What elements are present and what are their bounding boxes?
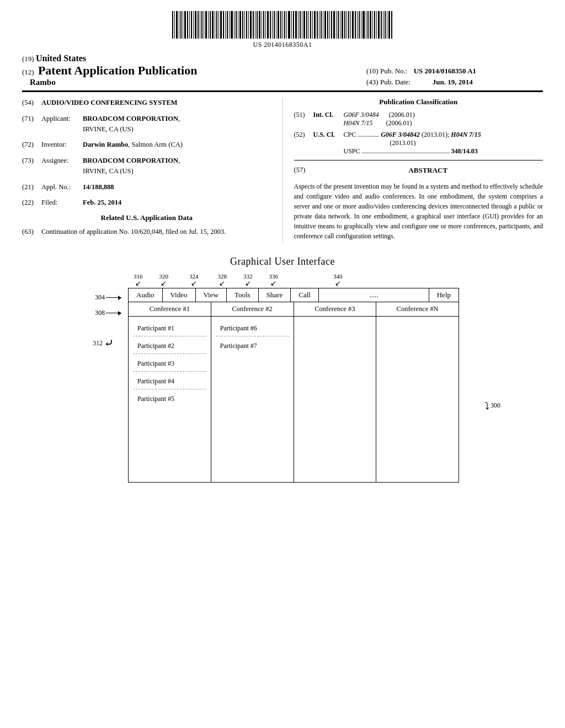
svg-rect-71 — [323, 11, 323, 39]
ref-308-line — [106, 313, 121, 313]
participant-6[interactable]: Participant #6 — [216, 321, 289, 336]
svg-rect-3 — [179, 11, 179, 39]
participants-area: Participant #1 Participant #2 Participan… — [129, 317, 459, 482]
conference-tabs: Conference #1 Conference #2 Conference #… — [129, 302, 459, 317]
participant-2[interactable]: Participant #2 — [133, 339, 206, 354]
svg-rect-62 — [303, 11, 305, 39]
filed-value: Feb. 25, 2014 — [83, 197, 271, 208]
pub-no-label: (10) Pub. No.: — [366, 67, 407, 75]
svg-rect-43 — [263, 11, 264, 39]
inventor-label: Inventor: — [41, 140, 83, 150]
svg-rect-13 — [200, 11, 200, 39]
type-label: (12) — [22, 68, 34, 76]
participant-3[interactable]: Participant #3 — [133, 356, 206, 372]
svg-rect-22 — [218, 11, 219, 39]
menu-video[interactable]: Video — [163, 288, 196, 302]
svg-rect-90 — [363, 11, 365, 39]
conf-col-1: Participant #1 Participant #2 Participan… — [129, 317, 211, 482]
svg-rect-37 — [250, 11, 252, 39]
svg-rect-79 — [340, 11, 340, 39]
gui-window: Audio Video View Tools Share Call ..... … — [128, 288, 459, 483]
ref-312-label: 312 — [93, 339, 103, 347]
divider — [294, 160, 543, 160]
int-cl-values: G06F 3/0484 (2006.01) H04N 7/15 (2006.01… — [344, 111, 543, 127]
svg-rect-29 — [234, 11, 234, 39]
svg-rect-55 — [288, 11, 290, 39]
menu-call[interactable]: Call — [291, 288, 319, 302]
menu-view[interactable]: View — [196, 288, 227, 302]
menu-more[interactable]: ..... — [319, 288, 429, 302]
cpc-code2: H04N 7/15 — [451, 131, 481, 138]
applicant-label: Applicant: — [41, 114, 83, 135]
conf-tab-1[interactable]: Conference #1 — [129, 302, 211, 316]
menu-tools[interactable]: Tools — [227, 288, 259, 302]
svg-rect-26 — [227, 11, 228, 39]
svg-rect-24 — [223, 11, 224, 39]
inventor-num: (72) — [22, 140, 41, 150]
ref-332-label: 332 — [243, 273, 253, 280]
conf-tab-2[interactable]: Conference #2 — [211, 302, 294, 316]
svg-rect-61 — [302, 11, 302, 39]
svg-rect-98 — [381, 11, 382, 39]
svg-rect-94 — [372, 11, 373, 39]
int-cl-label: Int. Cl. — [313, 111, 344, 127]
conf-tab-n[interactable]: Conference #N — [376, 302, 459, 316]
assignee-value: BROADCOM CORPORATION,IRVINE, CA (US) — [83, 156, 271, 176]
svg-rect-41 — [259, 11, 260, 39]
ref-324-label: 324 — [189, 273, 199, 280]
header-left: (19) United States (12) Patent Applicati… — [22, 53, 366, 87]
menu-share[interactable]: Share — [259, 288, 291, 302]
continuation-text: Continuation of application No. 10/620,0… — [41, 227, 271, 237]
svg-rect-31 — [238, 11, 238, 39]
svg-rect-72 — [324, 11, 326, 39]
svg-rect-39 — [255, 11, 255, 39]
assignee-num: (73) — [22, 156, 41, 176]
participant-1[interactable]: Participant #1 — [133, 321, 206, 336]
appl-num: (21) — [22, 182, 41, 192]
ref-304-annotation: 304 — [95, 293, 121, 302]
continuation-row: (63) Continuation of application No. 10/… — [22, 227, 271, 237]
svg-rect-45 — [267, 11, 269, 39]
svg-rect-66 — [312, 11, 313, 39]
svg-rect-34 — [244, 11, 245, 39]
appl-value: 14/188,888 — [83, 182, 271, 192]
applicant-num: (71) — [22, 114, 41, 135]
conf-tab-3[interactable]: Conference #3 — [294, 302, 377, 316]
conf-col-n — [376, 317, 459, 482]
svg-rect-89 — [361, 11, 361, 39]
svg-rect-101 — [387, 11, 387, 39]
svg-rect-74 — [329, 11, 330, 39]
svg-rect-65 — [310, 11, 311, 39]
svg-rect-53 — [284, 11, 285, 39]
svg-rect-97 — [378, 11, 380, 39]
title-num: (54) — [22, 98, 41, 108]
participant-5[interactable]: Participant #5 — [133, 392, 206, 406]
svg-rect-96 — [376, 11, 377, 39]
svg-rect-70 — [321, 11, 322, 39]
svg-rect-15 — [204, 11, 204, 39]
ref-332-arrow: ↙ — [245, 280, 251, 287]
country-name: United States — [36, 53, 86, 63]
svg-rect-27 — [229, 11, 230, 39]
ref-300-bracket: ⤵ — [484, 401, 489, 411]
svg-rect-93 — [370, 11, 371, 39]
svg-rect-5 — [183, 11, 183, 39]
svg-rect-4 — [180, 11, 182, 39]
svg-rect-80 — [342, 11, 343, 39]
svg-rect-52 — [282, 11, 283, 39]
country-label: (19) — [22, 55, 34, 63]
participant-7[interactable]: Participant #7 — [216, 339, 289, 354]
svg-rect-88 — [359, 11, 360, 39]
ref-336-arrow: ↙ — [270, 280, 276, 287]
us-cl-num: (52) — [294, 131, 313, 156]
participant-4[interactable]: Participant #4 — [133, 374, 206, 389]
svg-rect-12 — [198, 11, 199, 39]
svg-rect-47 — [272, 11, 273, 39]
ref-numbers-row: 316 ↙ 320 ↙ 324 ↙ 328 — [128, 273, 470, 287]
svg-rect-10 — [193, 11, 194, 39]
inventor-value: Darwin Rambo, Salmon Arm (CA) — [83, 140, 271, 150]
menu-audio[interactable]: Audio — [129, 288, 163, 302]
country-line: (19) United States — [22, 53, 366, 63]
menu-help[interactable]: Help — [429, 288, 459, 302]
svg-rect-56 — [291, 11, 292, 39]
